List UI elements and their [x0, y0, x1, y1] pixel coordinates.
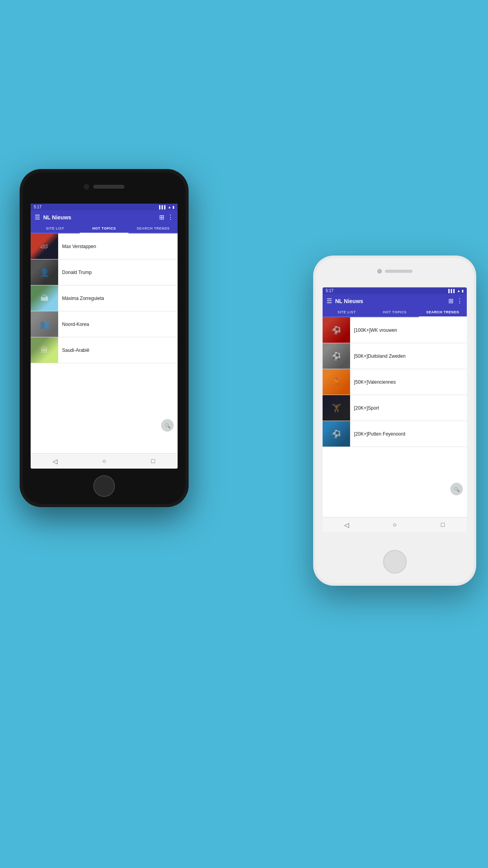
tab-hot-topics-white[interactable]: HOT TOPICS — [371, 308, 418, 317]
notch-black — [84, 184, 125, 189]
menu-icon-black[interactable] — [35, 213, 40, 221]
grid-icon-black[interactable] — [159, 213, 164, 221]
thumb-img: ⚽ — [323, 317, 350, 343]
phone-white-screen: 5:17 ▌▌▌ ▲ ▮ NL Nieuws — [323, 287, 467, 532]
thumb-img: 🏛 — [31, 337, 58, 363]
phone-black-screen: 5:17 ▌▌▌ ▲ ▮ NL Nieuws — [31, 204, 178, 469]
news-list-black: 🏎 Max Verstappen 👤 Donald Trump — [31, 234, 178, 453]
toolbar-white: NL Nieuws — [323, 294, 467, 308]
signal-icon-w: ▌▌▌ — [448, 289, 456, 293]
list-item[interactable]: 🏃 [50K+]Valenciennes — [323, 369, 467, 395]
menu-icon-white[interactable] — [327, 297, 332, 305]
notch-white — [377, 269, 413, 274]
tab-search-trends-white[interactable]: SEARCH TRENDS — [419, 308, 467, 317]
home-nav-black[interactable]: ○ — [100, 457, 108, 465]
thumb-img: ⚽ — [323, 343, 350, 369]
thumb-img: 🏃 — [323, 369, 350, 395]
news-title-duitsland: [50K+]Duitsland Zweden — [350, 350, 467, 362]
search-icon-black — [165, 422, 171, 428]
thumb-duitsland: ⚽ — [323, 343, 350, 369]
tab-hot-topics-black[interactable]: HOT TOPICS — [80, 224, 129, 234]
news-list-white: ⚽ [100K+]WK vrouwen ⚽ [50K+]Duitsland Zw… — [323, 317, 467, 517]
app-title-black: NL Nieuws — [43, 214, 156, 221]
speaker-black — [93, 185, 125, 189]
camera-white — [377, 269, 382, 274]
tab-site-list-white[interactable]: SITE LIST — [323, 308, 371, 317]
news-title-korea: Noord-Korea — [58, 318, 178, 330]
thumb-img: 🏋 — [323, 395, 350, 421]
news-title-putten: [20K+]Putten Feyenoord — [350, 428, 467, 440]
battery-icon-w: ▮ — [462, 289, 464, 293]
thumb-korea: 👥 — [31, 311, 58, 337]
toolbar-black: NL Nieuws — [31, 210, 178, 224]
phones-container: 5:17 ▌▌▌ ▲ ▮ NL Nieuws — [0, 145, 488, 814]
nav-bar-white: ◁ ○ □ — [323, 517, 467, 532]
tabs-black: SITE LIST HOT TOPICS SEARCH TRENDS — [31, 224, 178, 234]
camera-black — [84, 184, 89, 189]
home-nav-white[interactable]: ○ — [390, 520, 399, 529]
statusbar-black: 5:17 ▌▌▌ ▲ ▮ — [31, 204, 178, 210]
list-item[interactable]: ⚽ [100K+]WK vrouwen — [323, 317, 467, 343]
thumb-img: 👥 — [31, 311, 58, 337]
news-title-valenciennes: [50K+]Valenciennes — [350, 376, 467, 388]
recents-nav-black[interactable]: □ — [149, 457, 158, 465]
recents-nav-white[interactable]: □ — [438, 520, 447, 529]
list-item[interactable]: ⚽ [50K+]Duitsland Zweden — [323, 343, 467, 369]
wifi-icon: ▲ — [168, 205, 171, 209]
app-title-white: NL Nieuws — [335, 298, 445, 304]
fab-search-white[interactable] — [450, 483, 463, 495]
tabs-white: SITE LIST HOT TOPICS SEARCH TRENDS — [323, 308, 467, 317]
thumb-putten: ⚽ — [323, 421, 350, 447]
phone-black-bezel: 5:17 ▌▌▌ ▲ ▮ NL Nieuws — [23, 172, 185, 504]
back-nav-black[interactable]: ◁ — [51, 457, 59, 465]
status-icons-black: ▌▌▌ ▲ ▮ — [159, 205, 174, 209]
phone-black: 5:17 ▌▌▌ ▲ ▮ NL Nieuws — [20, 169, 189, 507]
list-item[interactable]: 🏔 Máxima Zorreguieta — [31, 285, 178, 311]
thumb-trump: 👤 — [31, 259, 58, 285]
fab-search-black[interactable] — [161, 419, 174, 432]
home-button-black[interactable] — [94, 475, 115, 497]
list-item[interactable]: 🏛 Saudi-Arabië — [31, 337, 178, 363]
news-title-verstappen: Max Verstappen — [58, 241, 178, 252]
home-button-white[interactable] — [383, 550, 407, 574]
status-time-black: 5:17 — [34, 205, 41, 209]
thumb-maxima: 🏔 — [31, 285, 58, 311]
thumb-img: 🏎 — [31, 234, 58, 259]
status-icons-white: ▌▌▌ ▲ ▮ — [448, 289, 464, 293]
phone-white: 5:17 ▌▌▌ ▲ ▮ NL Nieuws — [313, 256, 476, 586]
battery-icon: ▮ — [172, 205, 174, 209]
speaker-white — [385, 270, 413, 273]
thumb-sport: 🏋 — [323, 395, 350, 421]
thumb-valenciennes: 🏃 — [323, 369, 350, 395]
list-item[interactable]: ⚽ [20K+]Putten Feyenoord — [323, 421, 467, 447]
news-title-trump: Donald Trump — [58, 267, 178, 278]
more-icon-black[interactable] — [167, 213, 174, 221]
thumb-img: 👤 — [31, 259, 58, 285]
news-title-sport: [20K+]Sport — [350, 402, 467, 414]
signal-icon: ▌▌▌ — [159, 205, 167, 209]
list-item[interactable]: 🏎 Max Verstappen — [31, 234, 178, 259]
thumb-saudi: 🏛 — [31, 337, 58, 363]
grid-icon-white[interactable] — [448, 297, 453, 305]
news-title-saudi: Saudi-Arabië — [58, 344, 178, 356]
news-title-maxima: Máxima Zorreguieta — [58, 292, 178, 304]
tab-site-list-black[interactable]: SITE LIST — [31, 224, 80, 234]
tab-search-trends-black[interactable]: SEARCH TRENDS — [128, 224, 178, 234]
nav-bar-black: ◁ ○ □ — [31, 453, 178, 469]
wifi-icon-w: ▲ — [457, 289, 460, 293]
list-item[interactable]: 👥 Noord-Korea — [31, 311, 178, 337]
list-item[interactable]: 👤 Donald Trump — [31, 259, 178, 285]
thumb-wk: ⚽ — [323, 317, 350, 343]
search-icon-white — [454, 486, 460, 492]
thumb-img: ⚽ — [323, 421, 350, 447]
status-time-white: 5:17 — [326, 289, 333, 293]
more-icon-white[interactable] — [457, 297, 463, 305]
news-title-wk: [100K+]WK vrouwen — [350, 324, 467, 336]
thumb-verstappen: 🏎 — [31, 234, 58, 259]
list-item[interactable]: 🏋 [20K+]Sport — [323, 395, 467, 421]
phone-white-bezel: 5:17 ▌▌▌ ▲ ▮ NL Nieuws — [316, 258, 474, 583]
statusbar-white: 5:17 ▌▌▌ ▲ ▮ — [323, 287, 467, 294]
thumb-img: 🏔 — [31, 285, 58, 311]
back-nav-white[interactable]: ◁ — [342, 520, 351, 529]
